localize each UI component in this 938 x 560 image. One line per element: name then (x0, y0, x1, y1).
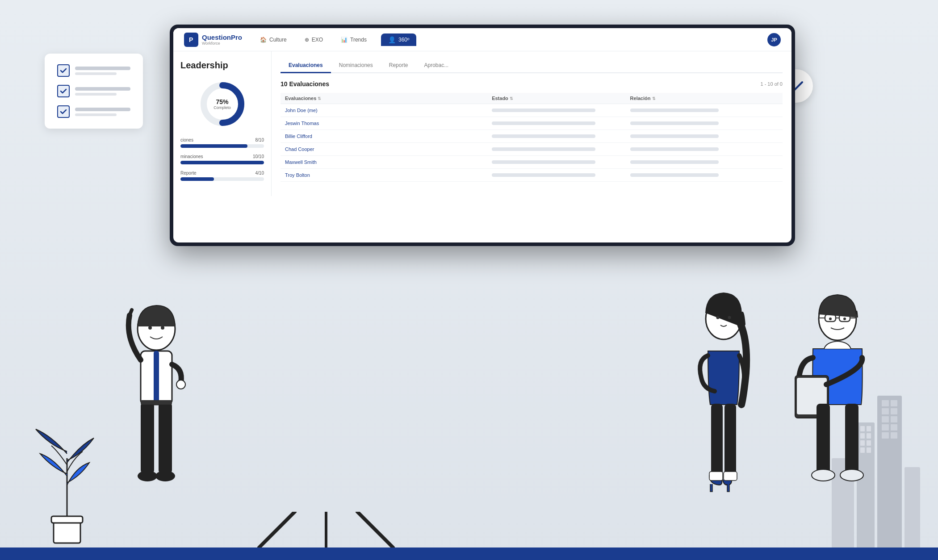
relacion-bar-6 (630, 173, 719, 177)
evaluaciones-count: 10 Evaluaciones (281, 80, 329, 88)
svg-point-15 (155, 471, 175, 481)
checklist-item-3 (57, 105, 130, 118)
data-table: Evaluaciones ⇅ Estado ⇅ Relación ⇅ (281, 93, 783, 182)
svg-rect-37 (817, 404, 830, 475)
svg-point-34 (843, 318, 846, 320)
svg-rect-23 (711, 404, 723, 475)
check-line-3 (75, 108, 130, 116)
svg-rect-13 (159, 402, 172, 474)
col-estado: Estado ⇅ (487, 93, 625, 104)
svg-rect-25 (709, 472, 723, 481)
check-line-2 (75, 87, 130, 96)
app-body: Leadership 75% Completo (173, 51, 791, 196)
app-header: P QuestionPro Workforce 🏠 Culture ⊕ (173, 28, 791, 51)
relacion-bar-2 (630, 121, 719, 125)
tab-aprobaciones[interactable]: Aprobac... (416, 59, 456, 73)
estado-bar-5 (492, 160, 595, 164)
pagination-info: 1 - 10 of 0 (760, 81, 783, 87)
row-name-5[interactable]: Maxwell Smith (285, 159, 317, 165)
svg-point-21 (716, 316, 720, 319)
svg-point-33 (829, 318, 832, 320)
donut-chart: 75% Completo (180, 79, 264, 129)
sort-icon-3[interactable]: ⇅ (652, 96, 656, 101)
donut-percent: 75% (214, 98, 231, 105)
donut-text: Completo (214, 105, 231, 110)
svg-rect-12 (141, 402, 154, 474)
table-row: Maxwell Smith (281, 156, 783, 169)
svg-rect-24 (724, 404, 736, 475)
tabs-bar: Evaluaciones Nominaciones Reporte Aproba… (281, 59, 783, 73)
row-name-6[interactable]: Troy Bolton (285, 172, 310, 178)
nav-item-exo[interactable]: ⊕ EXO (301, 35, 327, 45)
table-row: Troy Bolton (281, 169, 783, 182)
nav-label-exo: EXO (312, 37, 323, 43)
stat-bar-fill-3 (180, 177, 214, 181)
row-name-4[interactable]: Chad Cooper (285, 146, 314, 152)
user-avatar[interactable]: JP (767, 33, 781, 46)
monitor-wrapper: P QuestionPro Workforce 🏠 Culture ⊕ (170, 25, 795, 246)
monitor-screen: P QuestionPro Workforce 🏠 Culture ⊕ (173, 28, 791, 242)
svg-line-17 (259, 512, 295, 547)
checkbox-2 (57, 85, 70, 97)
home-icon: 🏠 (260, 37, 267, 43)
table-body: John Doe (me) Jeswin Thomas Billie Cliff (281, 104, 783, 182)
monitor: P QuestionPro Workforce 🏠 Culture ⊕ (170, 25, 795, 246)
tab-evaluaciones[interactable]: Evaluaciones (281, 59, 331, 73)
svg-rect-16 (141, 400, 172, 405)
plant-decoration (27, 414, 107, 547)
table-row: John Doe (me) (281, 104, 783, 117)
nav-label-culture: Culture (269, 37, 287, 43)
table-row: Jeswin Thomas (281, 117, 783, 130)
svg-text:P: P (189, 36, 193, 43)
checkbox-3 (57, 105, 70, 118)
checklist-card (45, 54, 143, 129)
svg-rect-5 (51, 516, 83, 523)
row-name-2[interactable]: Jeswin Thomas (285, 121, 319, 126)
donut-label: 75% Completo (214, 98, 231, 110)
nav-label-trends: Trends (350, 37, 367, 43)
stat-row-1: ciones 8/10 (180, 138, 264, 148)
sort-icon-2[interactable]: ⇅ (510, 96, 513, 101)
stat-row-3: Reporte 4/10 (180, 171, 264, 181)
stat-label-2: minaciones 10/10 (180, 154, 264, 159)
svg-point-22 (728, 316, 731, 319)
logo-text-area: QuestionPro Workforce (202, 33, 242, 46)
table-row: Chad Cooper (281, 143, 783, 156)
sort-icon-1[interactable]: ⇅ (318, 96, 321, 101)
nav-item-culture[interactable]: 🏠 Culture (256, 35, 290, 45)
relacion-bar-1 (630, 109, 719, 112)
relacion-bar-4 (630, 147, 719, 151)
stat-label-1: ciones 8/10 (180, 138, 264, 142)
svg-rect-38 (845, 404, 858, 475)
left-panel: Leadership 75% Completo (173, 51, 272, 196)
svg-rect-26 (724, 472, 737, 481)
relacion-bar-5 (630, 160, 719, 164)
stat-value-3: 4/10 (255, 171, 264, 176)
stat-bar-bg-2 (180, 161, 264, 164)
person-icon: 👤 (388, 36, 396, 43)
stat-value-1: 8/10 (255, 138, 264, 142)
stat-bar-bg-1 (180, 144, 264, 148)
nav-item-360[interactable]: 👤 360º (381, 33, 416, 46)
checkbox-1 (57, 64, 70, 77)
tab-nominaciones[interactable]: Nominaciones (331, 59, 381, 73)
estado-bar-2 (492, 121, 595, 125)
estado-bar-4 (492, 147, 595, 151)
row-name-3[interactable]: Billie Clifford (285, 134, 312, 139)
table-row: Billie Clifford (281, 130, 783, 143)
svg-point-10 (161, 326, 164, 330)
col-evaluaciones: Evaluaciones ⇅ (281, 93, 487, 104)
row-name-1[interactable]: John Doe (me) (285, 108, 318, 113)
estado-bar-6 (492, 173, 595, 177)
nav-item-trends[interactable]: 📊 Trends (337, 35, 370, 45)
stat-bar-fill-1 (180, 144, 247, 148)
nav-label-360: 360º (398, 37, 409, 43)
exo-icon: ⊕ (305, 37, 309, 43)
svg-line-18 (357, 512, 393, 547)
stat-value-2: 10/10 (253, 154, 264, 159)
table-header: Evaluaciones ⇅ Estado ⇅ Relación ⇅ (281, 93, 783, 104)
svg-rect-4 (54, 521, 80, 543)
stat-name-3: Reporte (180, 171, 197, 176)
tab-reporte[interactable]: Reporte (381, 59, 416, 73)
svg-point-9 (148, 326, 152, 330)
